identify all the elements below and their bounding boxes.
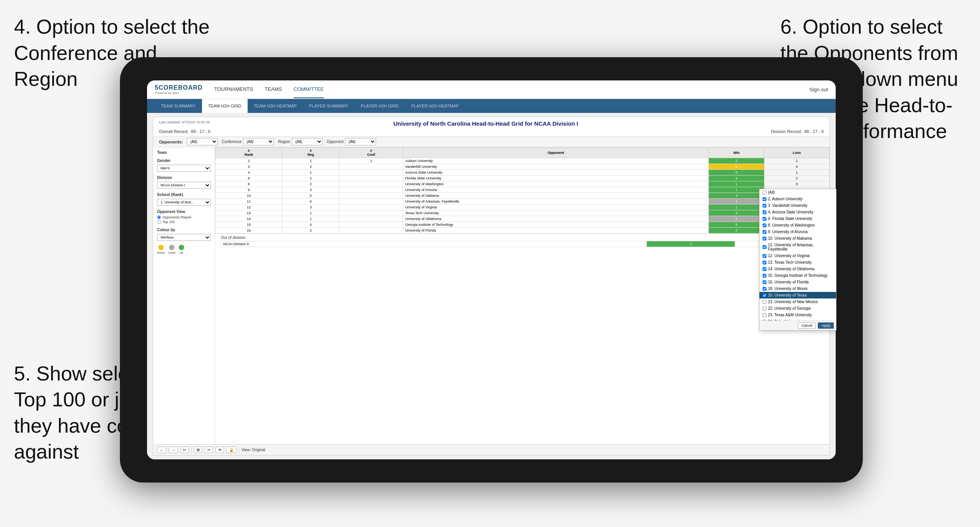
cell-reg: 2	[282, 176, 339, 181]
list-item[interactable]: 21. University of New Mexico	[759, 298, 836, 305]
subnav-player-h2h-grid[interactable]: PLAYER H2H GRID	[355, 99, 405, 113]
top-nav: 5COREBOARD Powered by sport TOURNAMENTS …	[147, 80, 836, 99]
toolbar-grid[interactable]: ⊞	[194, 447, 202, 453]
toolbar-lock[interactable]: 🔒	[226, 447, 236, 453]
out-of-division: Out of division NCAA Division II 1 0	[215, 234, 829, 249]
subnav-team-summary[interactable]: TEAM SUMMARY	[155, 99, 202, 113]
toolbar-undo[interactable]: ←	[157, 447, 166, 453]
cell-opponent: University of Arkansas, Fayetteville	[403, 199, 709, 205]
list-item[interactable]: 22. University of Georgia	[759, 305, 836, 312]
region-filter-group: Region (All)	[278, 138, 323, 145]
opponent-filter-group: Opponent (All)	[327, 138, 376, 145]
radio-opponents-played-label: Opponents Played	[162, 215, 191, 219]
list-item[interactable]: 2. Auburn University	[759, 196, 836, 202]
nav-tournaments[interactable]: TOURNAMENTS	[214, 81, 253, 98]
cell-win: 3	[709, 193, 765, 199]
list-item[interactable]: 20. University of Texas	[759, 292, 836, 298]
div-win: 1	[646, 241, 735, 247]
last-updated: Last Updated: 4/7/2024 16:55:38	[159, 120, 210, 124]
tablet-device: 5COREBOARD Powered by sport TOURNAMENTS …	[120, 57, 863, 483]
colour-down-label: Down	[157, 251, 165, 254]
list-item[interactable]: 10. University of Alabama	[759, 235, 836, 242]
subnav-player-summary[interactable]: PLAYER SUMMARY	[303, 99, 355, 113]
out-of-div-table: NCAA Division II 1 0	[221, 241, 824, 247]
list-item[interactable]: 3. Vanderbilt University	[759, 202, 836, 209]
division-select[interactable]: NCAA Division I	[157, 182, 211, 189]
list-item[interactable]: 8. University of Washington	[759, 222, 836, 229]
cell-rank: 4	[215, 170, 282, 176]
gender-label: Gender	[157, 159, 211, 163]
cell-opponent: Auburn University	[403, 158, 709, 164]
cell-conf: 1	[339, 158, 403, 164]
cell-conf	[339, 170, 403, 176]
table-row: 9 3 University of Arizona 1 0	[215, 187, 829, 193]
cell-loss: 4	[765, 164, 829, 170]
report-title: University of North Carolina Head-to-Hea…	[210, 120, 762, 127]
cell-conf	[339, 176, 403, 181]
cell-reg: 4	[282, 222, 339, 228]
cell-opponent: University of Arizona	[403, 187, 709, 193]
list-item[interactable]: 16. University of Florida	[759, 279, 836, 285]
colour-down-dot	[158, 245, 164, 250]
cell-opponent: University of Alabama	[403, 193, 709, 199]
opponents-select[interactable]: (All)	[187, 138, 218, 145]
apply-button[interactable]: Apply	[818, 322, 834, 329]
list-item[interactable]: 6. Florida State University	[759, 215, 836, 222]
nav-teams[interactable]: TEAMS	[265, 81, 282, 98]
list-item[interactable]: 13. Texas Tech University	[759, 259, 836, 266]
toolbar-redo[interactable]: →	[169, 447, 178, 453]
cell-conf	[339, 205, 403, 210]
team-section: Team	[157, 150, 211, 155]
main-content: Last Updated: 4/7/2024 16:55:38 Universi…	[147, 113, 836, 459]
toolbar-cut[interactable]: ✂	[205, 447, 213, 453]
cell-rank: 14	[215, 216, 282, 222]
nav-sign-out[interactable]: Sign out	[809, 87, 828, 92]
colour-level-dot	[169, 245, 174, 250]
list-item[interactable]: 12. University of Virginia	[759, 252, 836, 259]
col-reg: #Reg	[282, 148, 339, 158]
list-item[interactable]: 23. Texas A&M University	[759, 312, 836, 318]
data-table: #Rank #Reg #Conf Opponent Win Loss 2	[215, 147, 829, 234]
cell-opponent: University of Florida	[403, 228, 709, 234]
list-item[interactable]: (All)	[759, 189, 836, 196]
cell-win: 3	[709, 228, 765, 234]
cell-rank: 6	[215, 176, 282, 181]
list-item[interactable]: 9. University of Arizona	[759, 229, 836, 235]
gender-select[interactable]: Men's	[157, 165, 211, 172]
cell-rank: 11	[215, 199, 282, 205]
main-table-area: #Rank #Reg #Conf Opponent Win Loss 2	[215, 147, 829, 444]
region-select[interactable]: (All)	[292, 138, 323, 145]
list-item[interactable]: 14. University of Oklahoma	[759, 266, 836, 272]
subnav-team-h2h-heatmap[interactable]: TEAM H2H HEATMAP	[248, 99, 303, 113]
out-of-div-title: Out of division	[221, 235, 824, 240]
list-item[interactable]: 15. Georgia Institute of Technology	[759, 272, 836, 279]
cell-reg: 2	[282, 228, 339, 234]
radio-top100[interactable]: Top 100	[157, 220, 211, 224]
colour-by-select[interactable]: Win/loss	[157, 234, 211, 241]
cell-rank: 8	[215, 181, 282, 187]
report-container: Last Updated: 4/7/2024 16:55:38 Universi…	[153, 117, 830, 455]
list-item[interactable]: 11. University of Arkansas, Fayetteville	[759, 242, 836, 252]
cell-opponent: Arizona State University	[403, 170, 709, 176]
cell-rank: 13	[215, 210, 282, 216]
cell-conf	[339, 210, 403, 216]
cell-rank: 15	[215, 222, 282, 228]
opponent-select[interactable]: (All)	[345, 138, 376, 145]
school-select[interactable]: 1. University of Nort...	[157, 199, 211, 206]
list-item[interactable]: 4. Arizona State University	[759, 209, 836, 215]
radio-opponents-played[interactable]: Opponents Played	[157, 215, 211, 219]
dropdown-list: (All) 2. Auburn University 3. Vanderbilt…	[759, 189, 836, 321]
subnav-team-h2h-grid[interactable]: TEAM H2H GRID	[202, 99, 248, 113]
toolbar-refresh[interactable]: ↩	[180, 447, 189, 453]
cell-rank: 2	[215, 158, 282, 164]
toolbar-rotate[interactable]: ⟲	[215, 447, 224, 453]
cancel-button[interactable]: Cancel	[798, 322, 816, 329]
col-loss: Loss	[765, 148, 829, 158]
conference-select[interactable]: (All)	[243, 138, 274, 145]
opponent-dropdown[interactable]: (All) 2. Auburn University 3. Vanderbilt…	[759, 189, 836, 331]
colour-up-label: Up	[179, 251, 183, 254]
nav-committee[interactable]: COMMITTEE	[294, 81, 324, 98]
list-item[interactable]: 18. University of Illinois	[759, 285, 836, 292]
table-row: 2 1 1 Auburn University 2 1	[215, 158, 829, 164]
subnav-player-h2h-heatmap[interactable]: PLAYER H2H HEATMAP	[405, 99, 465, 113]
